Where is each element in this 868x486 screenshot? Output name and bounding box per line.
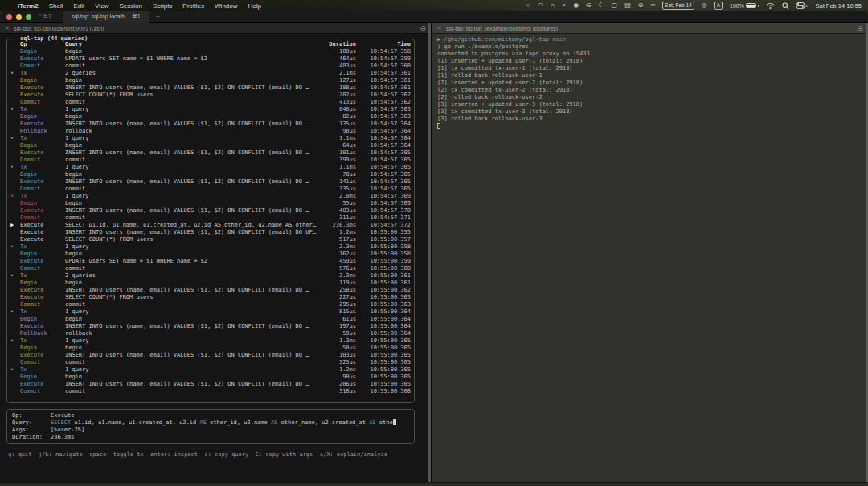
control-center-icon[interactable] (796, 2, 808, 9)
close-pane-icon[interactable]: ✕ (437, 25, 442, 31)
maximize-pane-icon[interactable]: ⊖ (857, 24, 863, 32)
table-row[interactable]: ExecuteINSERT INTO users (name, email) V… (10, 84, 411, 92)
table-row[interactable]: Beginbegin162µs10:55:00.358 (10, 251, 411, 258)
table-row[interactable]: ExecuteINSERT INTO users (name, email) V… (10, 178, 411, 186)
table-row[interactable]: ▾Tx1 query2.0ms10:54:57.369 (10, 193, 411, 200)
text-cursor (393, 419, 396, 425)
table-row[interactable]: Commitcommit316µs10:55:00.366 (10, 388, 411, 395)
table-row[interactable]: Beginbegin100µs10:54:57.358 (10, 48, 411, 55)
menu-item-help[interactable]: Help (248, 2, 261, 10)
menu-bar-clock[interactable]: Sat Feb 14 10:55 (815, 2, 862, 10)
table-row[interactable]: Beginbegin78µs10:54:57.365 (10, 171, 411, 178)
status-icon-moon[interactable]: ☾ (598, 0, 604, 11)
minimize-window-button[interactable] (16, 14, 22, 20)
close-window-button[interactable] (6, 14, 12, 20)
traffic-lights (6, 14, 31, 20)
pane-go-run[interactable]: ✕ sql-tap: go run ./example/postgres (po… (432, 23, 868, 482)
menu-item-app[interactable]: iTerm2 (18, 2, 39, 10)
new-tab-button[interactable]: + (156, 13, 160, 21)
table-row[interactable]: Commitcommit483µs10:54:57.360 (10, 63, 411, 70)
table-row[interactable]: Beginbegin82µs10:54:57.363 (10, 113, 411, 120)
maximize-pane-icon[interactable]: ⊖ (420, 24, 426, 32)
column-header-op: Op (20, 41, 65, 48)
menu-item-shell[interactable]: Shell (49, 2, 63, 10)
table-row[interactable]: ExecuteINSERT INTO users (name, email) V… (10, 120, 411, 128)
table-row[interactable]: ExecuteUPDATE users SET name = $1 WHERE … (10, 258, 411, 265)
table-row[interactable]: ExecuteSELECT COUNT(*) FROM users202µs10… (10, 92, 411, 99)
table-row[interactable]: ▾Tx1 query1.3ms10:55:00.365 (10, 337, 411, 345)
table-row[interactable]: ▾Tx1 query1.1ms10:54:57.364 (10, 135, 411, 142)
wifi-icon[interactable] (766, 2, 775, 10)
table-row[interactable]: Beginbegin61µs10:55:00.364 (10, 316, 411, 323)
table-row[interactable]: Beginbegin119µs10:55:00.361 (10, 280, 411, 287)
status-icon-stats[interactable]: ◠ (538, 0, 543, 11)
calendar-menulet[interactable]: Sat, Feb 14 (662, 2, 694, 10)
battery-indicator[interactable]: 100% (730, 3, 759, 9)
table-row[interactable]: ExecuteINSERT INTO users (name, email) V… (10, 229, 411, 236)
table-row[interactable]: Rollbackrollback59µs10:55:00.364 (10, 330, 411, 337)
right-pane-title-bar: ✕ sql-tap: go run ./example/postgres (po… (432, 23, 868, 34)
table-row[interactable]: Beginbegin127µs10:54:57.361 (10, 77, 411, 84)
pane-sql-tap[interactable]: ✕ sql-tap: sql-tap localhost:9091 (-zsh)… (0, 23, 431, 482)
table-row[interactable]: ▾Tx1 query1.2ms10:55:00.365 (10, 366, 411, 374)
table-row[interactable]: Commitcommit335µs10:54:57.365 (10, 186, 411, 193)
table-row-selected[interactable]: ▶ExecuteSELECT u1.id, u1.name, u1.create… (10, 222, 411, 229)
table-row[interactable]: Commitcommit576µs10:55:00.360 (10, 265, 411, 272)
menu-item-view[interactable]: View (95, 2, 108, 10)
table-row[interactable]: ExecuteINSERT INTO users (name, email) V… (10, 207, 411, 214)
table-row[interactable]: ExecuteSELECT COUNT(*) FROM users517µs10… (10, 236, 411, 243)
status-icon-dnd[interactable]: ⊖ (638, 0, 644, 11)
left-pane-scrollbar[interactable] (428, 23, 431, 482)
table-row[interactable]: ExecuteSELECT COUNT(*) FROM users227µs10… (10, 294, 411, 301)
table-row[interactable]: Commitcommit295µs10:55:00.363 (10, 301, 411, 308)
table-row[interactable]: ExecuteUPDATE users SET name = $1 WHERE … (10, 55, 411, 63)
table-row[interactable]: Beginbegin50µs10:55:00.365 (10, 345, 411, 352)
detail-query-value: SELECT u1.id, u1.name, u1.created_at, u2… (51, 419, 409, 427)
table-row[interactable]: ExecuteINSERT INTO users (name, email) V… (10, 352, 411, 359)
table-row[interactable]: Commitcommit413µs10:54:57.362 (10, 99, 411, 106)
terminal-line: [2] rolled back rollback-user-2 (437, 94, 863, 101)
tab-sql-tap[interactable]: sql-tap: sql-tap localh… ⌘1 (63, 11, 149, 23)
status-icon-circle[interactable]: ○ (526, 0, 530, 11)
table-row[interactable]: ▾Tx2 queries2.1ms10:54:57.361 (10, 70, 411, 77)
table-row[interactable]: Beginbegin90µs10:55:00.365 (10, 374, 411, 381)
table-row[interactable]: ExecuteINSERT INTO users (name, email) V… (10, 323, 411, 330)
terminal-line: [3] rolled back rollback-user-3 (437, 116, 863, 123)
table-row[interactable]: ExecuteINSERT INTO users (name, email) V… (10, 381, 411, 388)
zoom-window-button[interactable] (26, 14, 31, 20)
detail-op-value: Execute (51, 412, 409, 419)
input-source-icon[interactable]: A (714, 2, 723, 10)
table-row[interactable]: ▾Tx1 query2.3ms10:55:00.358 (10, 243, 411, 251)
terminal-line: [1] tx committed tx-user-1 (total: 2918) (437, 65, 863, 72)
table-row[interactable]: Rollbackrollback98µs10:54:57.364 (10, 128, 411, 135)
detail-duration-value: 236.3ms (51, 434, 409, 441)
status-icon-clipboard[interactable]: ▤ (624, 0, 631, 11)
table-row[interactable]: Beginbegin55µs10:54:57.369 (10, 200, 411, 207)
table-row[interactable]: ▾Tx2 queries2.3ms10:55:00.361 (10, 272, 411, 280)
menu-item-profiles[interactable]: Profiles (182, 2, 204, 10)
status-icon-link[interactable]: ∞ (650, 0, 655, 11)
record-icon[interactable]: ◎ (702, 0, 707, 11)
status-icon-x[interactable]: × (563, 0, 567, 11)
table-row[interactable]: ExecuteINSERT INTO users (name, email) V… (10, 149, 411, 157)
menu-item-scripts[interactable]: Scripts (153, 2, 172, 10)
spotlight-search-icon[interactable] (782, 2, 789, 10)
table-row[interactable]: Commitcommit399µs10:54:57.365 (10, 157, 411, 164)
status-icon-chrome[interactable]: G (586, 0, 591, 11)
close-pane-icon[interactable]: ✕ (5, 25, 10, 31)
status-icon-box[interactable]: ▢ (612, 0, 618, 11)
table-row[interactable]: ExecuteINSERT INTO users (name, email) V… (10, 287, 411, 294)
menu-item-edit[interactable]: Edit (73, 2, 84, 10)
menu-item-session[interactable]: Session (119, 2, 141, 10)
detail-query-label: Query: (12, 419, 51, 427)
table-row[interactable]: Commitcommit525µs10:55:00.365 (10, 359, 411, 366)
battery-percent: 100% (730, 3, 744, 9)
table-row[interactable]: ▾Tx1 query815µs10:55:00.364 (10, 308, 411, 316)
status-icon-camera[interactable]: ◉ (573, 0, 579, 11)
table-row[interactable]: ▾Tx1 query1.1ms10:54:57.365 (10, 164, 411, 171)
table-row[interactable]: ▾Tx1 query848µs10:54:57.363 (10, 106, 411, 113)
table-row[interactable]: Commitcommit311µs10:54:57.371 (10, 214, 411, 222)
table-row[interactable]: Beginbegin64µs10:54:57.364 (10, 142, 411, 149)
menu-item-window[interactable]: Window (215, 2, 237, 10)
status-icon-magnet[interactable]: ∩ (551, 0, 555, 11)
